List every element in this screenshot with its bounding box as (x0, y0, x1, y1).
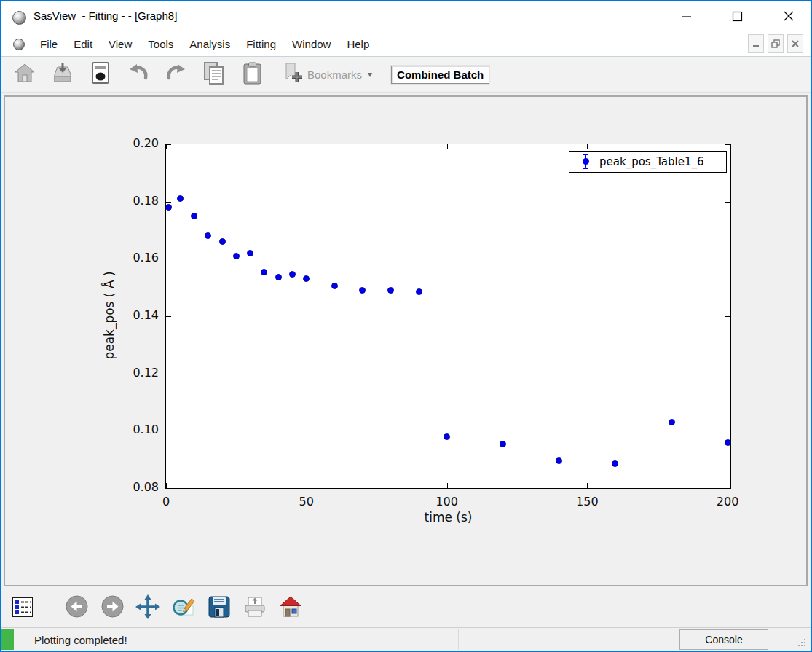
menu-analysis[interactable]: Analysis (181, 38, 238, 50)
x-tick-label: 0 (144, 495, 188, 508)
status-divider (458, 629, 459, 650)
data-point (303, 275, 310, 282)
menu-items: FileEditViewToolsAnalysisFittingWindowHe… (32, 32, 377, 56)
paste-button[interactable] (233, 59, 271, 90)
copy-button[interactable] (195, 59, 233, 90)
data-point (387, 287, 394, 294)
back-button[interactable] (65, 597, 88, 620)
plot-toolbar-icons (1, 597, 302, 620)
home-button[interactable] (6, 59, 44, 90)
data-point (219, 238, 226, 245)
data-point (205, 232, 211, 239)
print-plot-icon (244, 596, 266, 621)
zoom-edit-button[interactable] (172, 597, 195, 620)
report-icon (92, 62, 109, 87)
mdi-restore-button[interactable] (768, 34, 784, 53)
status-bar: Plotting completed! Console (1, 627, 811, 651)
tick-mark (447, 483, 448, 488)
pan-button[interactable] (136, 597, 159, 620)
x-tick-label: 50 (285, 495, 328, 508)
title-bar[interactable]: SasView - Fitting - - [Graph8] (1, 1, 811, 32)
data-point (261, 269, 267, 275)
y-tick-label: 0.08 (115, 480, 159, 494)
data-point (191, 213, 197, 219)
mdi-minimize-icon (752, 39, 760, 48)
data-point (289, 271, 296, 278)
tick-mark (725, 144, 730, 145)
y-tick-label: 0.18 (115, 194, 159, 208)
pan-icon (135, 594, 160, 622)
tick-mark (166, 374, 171, 374)
menu-view[interactable]: View (100, 38, 140, 50)
data-info-button[interactable] (11, 597, 34, 620)
data-point (725, 439, 731, 446)
bookmarks-dropdown[interactable]: Bookmarks ▾ (281, 62, 372, 87)
save-data-button[interactable] (44, 59, 82, 90)
tick-mark (166, 488, 171, 489)
menu-fitting[interactable]: Fitting (238, 38, 284, 50)
tick-mark (725, 431, 730, 431)
menu-help[interactable]: Help (339, 38, 377, 50)
tick-mark (728, 144, 728, 149)
plot-legend[interactable]: peak_pos_Table1_6 (569, 151, 727, 173)
menu-bar: FileEditViewToolsAnalysisFittingWindowHe… (1, 32, 811, 57)
data-point (556, 457, 562, 464)
chevron-down-icon: ▾ (368, 69, 372, 79)
print-plot-button[interactable] (243, 597, 267, 620)
tick-mark (725, 202, 730, 203)
resize-grip-icon[interactable] (798, 637, 806, 650)
reset-view-button[interactable] (279, 597, 302, 620)
menu-edit[interactable]: Edit (66, 38, 100, 50)
tick-mark (166, 144, 167, 149)
tick-mark (725, 374, 730, 374)
mdi-close-button[interactable] (787, 34, 803, 53)
undo-button[interactable] (119, 59, 157, 90)
toolbar-icons (1, 59, 271, 90)
data-point (165, 204, 172, 211)
save-plot-button[interactable] (208, 597, 231, 620)
mdi-close-icon (791, 39, 800, 48)
tick-mark (166, 259, 171, 259)
data-info-icon (12, 597, 33, 620)
paste-icon (243, 62, 262, 87)
reset-view-icon (280, 596, 301, 621)
redo-button[interactable] (157, 59, 195, 90)
data-point (177, 195, 184, 202)
data-point (331, 283, 338, 289)
maximize-icon (732, 11, 743, 22)
redo-icon (165, 63, 188, 86)
plot-navigation-toolbar (1, 589, 811, 627)
main-toolbar: Bookmarks ▾ Combined Batch (1, 57, 811, 93)
tick-mark (166, 483, 167, 488)
sasview-window: SasView - Fitting - - [Graph8] FileEditV… (0, 0, 812, 652)
save-plot-icon (208, 596, 230, 621)
tick-mark (725, 488, 730, 489)
data-point (444, 433, 450, 440)
status-message: Plotting completed! (34, 634, 127, 646)
combined-batch-button[interactable]: Combined Batch (391, 66, 489, 84)
mdi-minimize-button[interactable] (748, 34, 764, 53)
y-tick-label: 0.20 (115, 136, 159, 150)
y-tick-label: 0.16 (115, 251, 159, 264)
report-button[interactable] (82, 59, 119, 90)
tick-mark (166, 144, 171, 145)
menu-tools[interactable]: Tools (140, 38, 181, 50)
minimize-icon (681, 11, 692, 22)
mdi-restore-icon (771, 39, 780, 48)
minimize-button[interactable] (669, 1, 703, 31)
menu-window[interactable]: Window (284, 38, 339, 50)
tick-mark (166, 431, 171, 431)
errorbar-marker-icon (581, 153, 590, 170)
plot-axes[interactable]: peak_pos_Table1_6 (165, 144, 731, 489)
maximize-button[interactable] (720, 1, 754, 31)
menu-file[interactable]: File (32, 38, 66, 50)
x-tick-label: 200 (706, 495, 749, 508)
legend-label: peak_pos_Table1_6 (599, 155, 704, 168)
back-icon (66, 595, 88, 621)
close-button[interactable] (772, 1, 805, 31)
console-button[interactable]: Console (679, 629, 768, 650)
y-tick-label: 0.12 (115, 366, 159, 380)
forward-button[interactable] (100, 597, 124, 620)
tick-mark (728, 483, 728, 488)
tick-mark (447, 144, 448, 149)
